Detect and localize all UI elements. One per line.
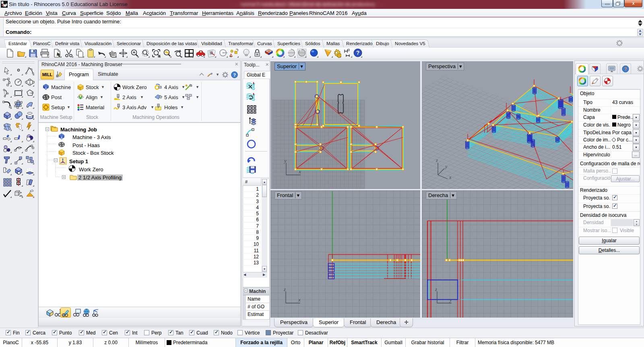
svg-text:y: y — [283, 158, 287, 164]
svg-text:z: z — [436, 158, 438, 163]
svg-text:x: x — [449, 175, 452, 180]
svg-text:x: x — [298, 168, 301, 175]
svg-text:z: z — [283, 286, 286, 292]
svg-text:?: ? — [356, 50, 360, 56]
svg-text:?: ? — [624, 66, 627, 71]
svg-text:y: y — [445, 164, 448, 169]
svg-text:x: x — [298, 297, 301, 303]
svg-text:?: ? — [233, 73, 236, 77]
svg-text:z: z — [435, 286, 437, 292]
svg-text:y: y — [449, 297, 452, 303]
